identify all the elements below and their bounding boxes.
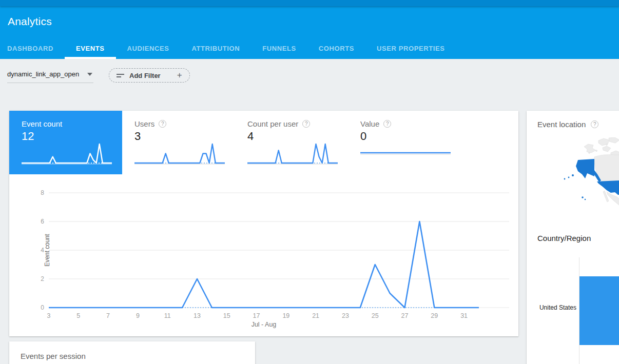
geo-map-north-america: [553, 137, 619, 227]
events-per-session-title: Events per session: [9, 341, 255, 360]
firebase-analytics-page: { "header": { "app_title": "Analytics", …: [0, 0, 619, 364]
chevron-down-icon: [87, 73, 92, 76]
metric-tab-event-count[interactable]: Event count12: [9, 111, 122, 174]
tab-events[interactable]: EVENTS: [65, 40, 116, 59]
events-chart-card: Event count12Users?3Count per user?4Valu…: [9, 111, 518, 336]
svg-text:11: 11: [164, 312, 171, 319]
event-location-card: Event location ?: [527, 111, 619, 364]
add-filter-button[interactable]: Add Filter +: [109, 68, 190, 83]
filter-icon: [117, 72, 124, 79]
sparkline-chart: [360, 139, 451, 168]
event-location-title-row: Event location ?: [537, 120, 598, 129]
help-icon[interactable]: ?: [591, 120, 598, 128]
svg-text:23: 23: [342, 312, 349, 319]
event-selector-value: dynamic_link_app_open: [7, 70, 79, 78]
event-location-title: Event location: [537, 120, 586, 129]
app-header: Analytics DASHBOARDEVENTSAUDIENCESATTRIB…: [0, 6, 619, 59]
sparkline-chart: [134, 139, 225, 168]
help-icon[interactable]: ?: [159, 120, 166, 128]
svg-text:5: 5: [76, 312, 80, 319]
browser-top-strip: [0, 0, 619, 6]
svg-text:4: 4: [41, 247, 44, 254]
svg-text:0: 0: [41, 304, 44, 311]
svg-text:7: 7: [106, 312, 110, 319]
metric-label: Value: [360, 119, 379, 128]
metric-label: Event count: [22, 119, 62, 128]
tab-cohorts[interactable]: COHORTS: [307, 40, 365, 59]
tab-funnels[interactable]: FUNNELS: [251, 40, 307, 59]
metric-sparkline: [247, 139, 338, 170]
svg-text:8: 8: [41, 189, 44, 196]
metric-tab-value[interactable]: Value?0: [348, 111, 461, 174]
svg-text:31: 31: [460, 312, 468, 319]
metric-sparkline: [22, 139, 112, 170]
events-per-session-card: Events per session: [9, 341, 255, 364]
svg-text:21: 21: [312, 312, 319, 319]
svg-text:6: 6: [41, 218, 44, 225]
country-region-label: Country/Region: [537, 234, 591, 242]
metric-sparkline: [134, 139, 225, 170]
united-states-bar[interactable]: [579, 276, 619, 345]
svg-text:9: 9: [136, 312, 140, 319]
event-count-line-chart: 8642035791113151719212325272931Jul - Aug: [9, 185, 518, 336]
metric-tab-row: Event count12Users?3Count per user?4Valu…: [9, 111, 518, 174]
svg-text:19: 19: [282, 312, 289, 319]
tab-user-properties[interactable]: USER PROPERTIES: [365, 40, 456, 59]
svg-text:25: 25: [372, 312, 379, 319]
sparkline-chart: [22, 139, 112, 168]
tab-dashboard[interactable]: DASHBOARD: [0, 40, 65, 59]
svg-text:29: 29: [431, 312, 438, 319]
metric-sparkline: [360, 139, 451, 170]
svg-text:17: 17: [253, 312, 260, 319]
metric-tab-count-per-user[interactable]: Count per user?4: [235, 111, 348, 174]
tab-bar: DASHBOARDEVENTSAUDIENCESATTRIBUTIONFUNNE…: [0, 40, 456, 59]
united-states-label: United States: [527, 304, 576, 311]
add-filter-label: Add Filter: [129, 72, 161, 79]
help-icon[interactable]: ?: [383, 120, 391, 128]
svg-text:27: 27: [401, 312, 409, 319]
svg-text:15: 15: [223, 312, 230, 319]
metric-tab-users[interactable]: Users?3: [122, 111, 235, 174]
svg-text:Jul - Aug: Jul - Aug: [252, 321, 277, 328]
sparkline-chart: [247, 139, 338, 168]
event-selector-dropdown[interactable]: dynamic_link_app_open: [7, 70, 93, 83]
help-icon[interactable]: ?: [302, 120, 310, 128]
tab-audiences[interactable]: AUDIENCES: [116, 40, 181, 59]
tab-attribution[interactable]: ATTRIBUTION: [181, 40, 252, 59]
metric-label: Users: [134, 119, 154, 128]
svg-text:13: 13: [194, 312, 201, 319]
metric-label: Count per user: [247, 119, 298, 128]
filter-bar: dynamic_link_app_open Add Filter +: [0, 59, 619, 95]
svg-text:2: 2: [41, 275, 44, 282]
svg-text:3: 3: [47, 312, 51, 319]
plus-icon: +: [177, 70, 182, 80]
page-title: Analytics: [0, 6, 619, 28]
